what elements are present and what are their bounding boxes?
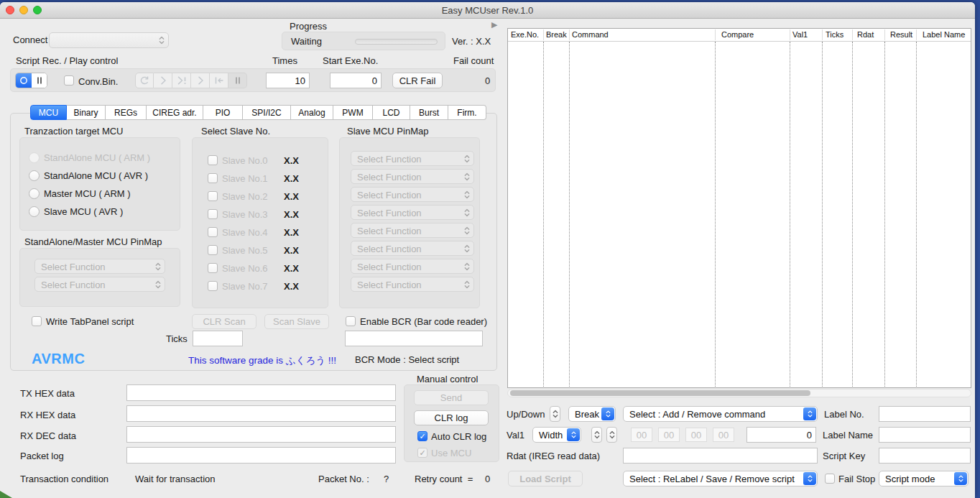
slave-pinmap-select-0[interactable]: Select Function	[351, 151, 474, 166]
enable-bcr-checkbox[interactable]	[346, 316, 356, 326]
radio-slave-avr[interactable]	[29, 206, 40, 217]
clr-log-button[interactable]: CLR log	[414, 410, 489, 425]
slave6-checkbox[interactable]	[208, 263, 218, 273]
byte-input-0[interactable]	[631, 428, 652, 442]
auto-clr-log-checkbox[interactable]: ✓	[417, 431, 427, 441]
rx-hex-label: RX HEX data	[20, 410, 75, 420]
script-mode-select[interactable]: Script mode	[879, 471, 969, 487]
slave-pinmap-select-1[interactable]: Select Function	[351, 169, 474, 184]
tab-spi-i2c[interactable]: SPI/I2C	[243, 105, 291, 120]
byte-input-2[interactable]	[685, 428, 707, 442]
label-name-input[interactable]	[879, 427, 971, 443]
pause-segment-button[interactable]	[228, 73, 247, 88]
slave-pinmap-select-6[interactable]: Select Function	[351, 259, 474, 274]
break-select[interactable]: Break	[568, 406, 616, 422]
ticks-input[interactable]	[193, 331, 243, 346]
rx-hex-input[interactable]	[126, 405, 396, 422]
times-input[interactable]	[266, 73, 310, 88]
rewind-button[interactable]	[210, 73, 228, 88]
play-button[interactable]	[191, 73, 210, 88]
step-break-button[interactable]	[172, 73, 191, 88]
tab-pwm[interactable]: PWM	[333, 105, 373, 120]
slave-pinmap-select-2[interactable]: Select Function	[351, 187, 474, 202]
conv-bin-checkbox[interactable]	[64, 75, 74, 86]
clr-scan-label: CLR Scan	[203, 316, 245, 327]
slave-pinmap-select-7[interactable]: Select Function	[351, 277, 474, 292]
send-button[interactable]: Send	[414, 390, 489, 405]
radio-standalone-avr[interactable]	[29, 170, 40, 181]
start-exe-input[interactable]	[330, 73, 382, 88]
byte-input-3[interactable]	[713, 428, 734, 442]
progress-disclosure-icon[interactable]: ▶	[491, 20, 497, 29]
byte-input-1[interactable]	[658, 428, 680, 442]
play-icon	[195, 75, 205, 86]
tab-label: CIREG adr.	[152, 108, 196, 118]
table-hscrollbar[interactable]	[507, 389, 971, 397]
val1-stepper-1[interactable]	[591, 427, 602, 443]
slave0-label: Slave No.0	[222, 155, 268, 166]
slave-pinmap-select-3[interactable]: Select Function	[351, 205, 474, 220]
updown-stepper[interactable]	[550, 406, 560, 422]
val1-input[interactable]	[746, 427, 816, 443]
tab-pio[interactable]: PIO	[203, 105, 243, 120]
tx-hex-input[interactable]	[126, 384, 396, 401]
slave3-checkbox[interactable]	[208, 209, 218, 219]
bcr-input[interactable]	[345, 331, 483, 346]
slave-pinmap-select-5[interactable]: Select Function	[351, 241, 474, 256]
load-script-button[interactable]: Load Script	[508, 471, 583, 487]
slave0-checkbox[interactable]	[208, 155, 218, 165]
slave3-version: X.X	[284, 209, 299, 220]
screen: Easy MCUser Rev.1.0 Connect Progress ▶ W…	[0, 0, 980, 498]
clr-scan-button[interactable]: CLR Scan	[192, 314, 256, 329]
tab-cireg-adr[interactable]: CIREG adr.	[147, 105, 203, 120]
pause-button[interactable]	[32, 73, 47, 88]
connect-select[interactable]	[49, 32, 169, 48]
fail-stop-checkbox[interactable]	[825, 474, 835, 484]
slave2-checkbox[interactable]	[208, 191, 218, 201]
scrollbar-thumb[interactable]	[510, 390, 810, 396]
script-action-select[interactable]: Select : ReLabel / Save / Remove script	[623, 471, 818, 487]
command-action-select[interactable]: Select : Add / Remove command	[623, 406, 818, 422]
slave7-version: X.X	[284, 281, 299, 292]
rdat-input[interactable]	[623, 448, 818, 464]
clr-fail-button[interactable]: CLR Fail	[392, 73, 443, 88]
tab-lcd[interactable]: LCD	[373, 105, 410, 120]
command-table[interactable]: Exe.No. Break Command Compare Val1 Ticks…	[507, 28, 971, 388]
packet-log-input[interactable]	[126, 447, 396, 464]
check-icon: ✓	[419, 448, 425, 457]
retry-count-value: 0	[485, 474, 490, 484]
radio-master-arm[interactable]	[29, 188, 40, 199]
write-tabpanel-checkbox[interactable]	[32, 316, 42, 326]
label-no-input[interactable]	[879, 406, 971, 422]
select-function-value: Select Function	[41, 279, 106, 290]
master-pinmap-select-1[interactable]: Select Function	[34, 277, 165, 292]
tab-firm[interactable]: Firm.	[448, 105, 486, 120]
loop-button[interactable]	[135, 73, 154, 88]
select-function-value: Select Function	[357, 171, 422, 182]
tab-binary[interactable]: Binary	[67, 105, 106, 120]
header-separator	[852, 29, 853, 40]
master-pinmap-select-0[interactable]: Select Function	[34, 259, 165, 274]
scan-slave-button[interactable]: Scan Slave	[264, 314, 329, 329]
radio-standalone-arm[interactable]	[29, 152, 40, 163]
slave7-checkbox[interactable]	[208, 281, 218, 291]
step-button[interactable]	[154, 73, 172, 88]
slave4-checkbox[interactable]	[208, 227, 218, 237]
header-divider	[508, 41, 971, 42]
record-button[interactable]	[16, 73, 32, 88]
val1-stepper-2[interactable]	[606, 427, 617, 443]
width-select[interactable]: Width	[532, 427, 581, 443]
use-mcu-checkbox[interactable]: ✓	[417, 448, 427, 458]
rx-dec-input[interactable]	[126, 426, 396, 443]
tab-analog[interactable]: Analog	[291, 105, 333, 120]
label-name-label: Label Name	[823, 430, 873, 441]
slave1-checkbox[interactable]	[208, 173, 218, 183]
script-key-input[interactable]	[879, 448, 971, 464]
tab-label: Firm.	[457, 108, 476, 118]
slave-pinmap-select-4[interactable]: Select Function	[351, 223, 474, 238]
packet-log-label: Packet log	[20, 451, 64, 461]
tab-mcu[interactable]: MCU	[30, 105, 67, 120]
tab-burst[interactable]: Burst	[410, 105, 448, 120]
slave5-checkbox[interactable]	[208, 245, 218, 255]
tab-regs[interactable]: REGs	[106, 105, 147, 120]
